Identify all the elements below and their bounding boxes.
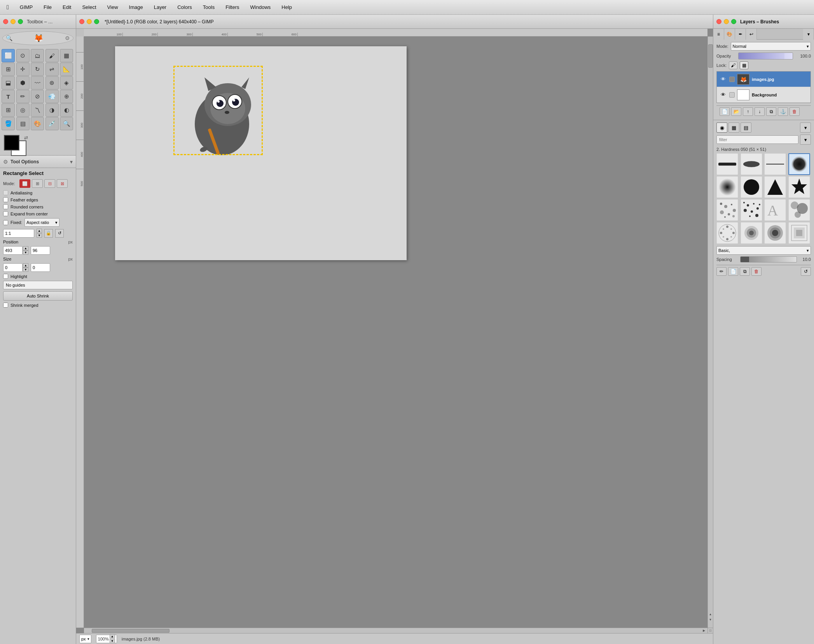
layers-close-btn[interactable] bbox=[716, 19, 721, 24]
tab-layers[interactable]: ≡ bbox=[713, 29, 724, 40]
hscrollbar[interactable]: ▶ bbox=[84, 628, 707, 633]
brush-item-7[interactable] bbox=[764, 176, 786, 198]
tab-paths[interactable]: ✒ bbox=[735, 29, 746, 40]
tool-perspective[interactable]: ⬢ bbox=[16, 76, 30, 89]
menu-filters[interactable]: Filters bbox=[224, 4, 241, 11]
tool-crop[interactable]: ⬓ bbox=[2, 76, 15, 89]
mode-subtract-btn[interactable]: ⊟ bbox=[44, 179, 55, 188]
tool-colortool[interactable]: 🎨 bbox=[31, 117, 44, 130]
lock-alpha-btn[interactable]: ▦ bbox=[740, 61, 748, 69]
size-h-input[interactable] bbox=[31, 263, 50, 272]
toolbox-min-btn[interactable] bbox=[10, 19, 16, 24]
brush-item-12[interactable] bbox=[788, 199, 810, 221]
duplicate-layer-btn[interactable]: ⧉ bbox=[766, 107, 776, 116]
brush-item-11[interactable]: A bbox=[764, 199, 786, 221]
rounded-corners-checkbox[interactable] bbox=[3, 204, 8, 209]
layer-eye-background[interactable]: 👁 bbox=[719, 91, 727, 99]
auto-shrink-btn[interactable]: Auto Shrink bbox=[3, 291, 73, 301]
brush-item-9[interactable] bbox=[716, 199, 738, 221]
layer-chain-background[interactable] bbox=[729, 92, 735, 98]
brushes-tab-gradients[interactable]: ▤ bbox=[741, 122, 751, 133]
foreground-color[interactable] bbox=[4, 135, 19, 150]
tool-zoom[interactable]: 🔍 bbox=[60, 117, 73, 130]
ratio-spin-down[interactable]: ▼ bbox=[37, 233, 42, 238]
fixed-checkbox[interactable] bbox=[3, 220, 8, 225]
highlight-checkbox[interactable] bbox=[3, 274, 8, 279]
zoom-down[interactable]: ▼ bbox=[110, 639, 115, 643]
tool-flip[interactable]: ⇌ bbox=[45, 63, 59, 76]
brush-item-6[interactable] bbox=[741, 176, 762, 198]
tool-colorpick[interactable]: 💉 bbox=[45, 117, 59, 130]
pos-x-input[interactable] bbox=[3, 246, 23, 255]
brush-delete-btn[interactable]: 🗑 bbox=[751, 267, 762, 276]
lock-pixels-btn[interactable]: 🖌 bbox=[729, 61, 737, 69]
tool-n-point[interactable]: ◈ bbox=[60, 76, 73, 89]
brushes-configure-btn[interactable]: ▾ bbox=[800, 122, 811, 133]
expand-from-center-checkbox[interactable] bbox=[3, 211, 8, 216]
menu-tools[interactable]: Tools bbox=[201, 4, 217, 11]
hscroll-right-arrow[interactable]: ▶ bbox=[703, 629, 707, 632]
tool-smudge[interactable]: 〽 bbox=[31, 103, 44, 117]
brush-item-13[interactable] bbox=[716, 222, 738, 244]
zoom-input-group[interactable]: 100% ▲ ▼ bbox=[96, 635, 117, 643]
tool-paintbrush[interactable]: ✏ bbox=[16, 90, 30, 103]
mode-intersect-btn[interactable]: ⊠ bbox=[57, 179, 68, 188]
tool-ellipse-select[interactable]: ⊙ bbox=[16, 49, 30, 62]
layers-min-btn[interactable] bbox=[724, 19, 729, 24]
brushes-category-select[interactable]: Basic, ▾ bbox=[716, 246, 811, 255]
brush-item-10[interactable] bbox=[741, 199, 762, 221]
brush-item-15[interactable] bbox=[764, 222, 786, 244]
pos-y-input[interactable] bbox=[31, 246, 50, 255]
menu-gimp[interactable]: GIMP bbox=[18, 4, 35, 11]
image-canvas[interactable] bbox=[115, 46, 407, 260]
canvas-min-btn[interactable] bbox=[87, 19, 92, 24]
feather-edges-checkbox[interactable] bbox=[3, 197, 8, 202]
lower-layer-btn[interactable]: ↓ bbox=[755, 107, 765, 116]
toolbox-max-btn[interactable] bbox=[18, 19, 23, 24]
brush-item-5[interactable] bbox=[716, 176, 738, 198]
brushes-tab-patterns[interactable]: ▦ bbox=[728, 122, 739, 133]
pos-x-down[interactable]: ▼ bbox=[23, 250, 28, 255]
anchor-layer-btn[interactable]: ⚓ bbox=[778, 107, 788, 116]
tool-bucket[interactable]: 🪣 bbox=[2, 117, 15, 130]
brush-item-1[interactable] bbox=[716, 153, 738, 175]
tool-eraser[interactable]: ⊘ bbox=[31, 90, 44, 103]
canvas-content[interactable] bbox=[84, 37, 705, 625]
brush-item-14[interactable] bbox=[741, 222, 762, 244]
mode-replace-btn[interactable]: ⬜ bbox=[19, 179, 30, 188]
menu-colors[interactable]: Colors bbox=[175, 4, 194, 11]
vscroll-up-arrow[interactable]: ▲ bbox=[708, 611, 713, 617]
brush-item-hardness050[interactable] bbox=[788, 153, 810, 175]
brushes-tab-brushes[interactable]: ◉ bbox=[716, 122, 727, 133]
layers-mode-select[interactable]: Normal ▾ bbox=[731, 42, 811, 51]
tool-cage[interactable]: ⊛ bbox=[45, 76, 59, 89]
canvas-close-btn[interactable] bbox=[79, 19, 84, 24]
brushes-refresh-btn[interactable]: ↺ bbox=[801, 267, 811, 276]
tool-clone[interactable]: ⊕ bbox=[60, 90, 73, 103]
hscroll-thumb[interactable] bbox=[92, 629, 169, 633]
tool-paint[interactable]: 🖌 bbox=[45, 49, 59, 62]
tool-text[interactable]: T bbox=[2, 90, 15, 103]
delete-layer-btn[interactable]: 🗑 bbox=[790, 107, 800, 116]
raise-layer-btn[interactable]: ↑ bbox=[743, 107, 753, 116]
size-w-input[interactable] bbox=[3, 263, 23, 272]
layer-eye-images[interactable]: 👁 bbox=[719, 75, 727, 83]
layer-item-images[interactable]: 👁 🦊 images.jpg bbox=[717, 72, 811, 87]
tab-channels[interactable]: 🎨 bbox=[724, 29, 735, 40]
ratio-link-btn[interactable]: 🔒 bbox=[44, 229, 53, 238]
new-layer-btn[interactable]: 📄 bbox=[720, 107, 730, 116]
brushes-spacing-slider[interactable] bbox=[740, 256, 797, 262]
vscroll-thumb[interactable] bbox=[708, 44, 713, 68]
shrink-merged-checkbox[interactable] bbox=[3, 303, 8, 308]
tool-align[interactable]: ⊞ bbox=[2, 63, 15, 76]
brush-item-3[interactable] bbox=[764, 153, 786, 175]
ratio-input[interactable] bbox=[3, 229, 34, 238]
tool-convolve[interactable]: ◎ bbox=[16, 103, 30, 117]
tool-options-collapse[interactable]: ▾ bbox=[70, 159, 73, 165]
tool-measure[interactable]: 📐 bbox=[60, 63, 73, 76]
tab-configure[interactable]: ▾ bbox=[803, 29, 814, 40]
layers-max-btn[interactable] bbox=[731, 19, 736, 24]
tool-airbrush[interactable]: 💨 bbox=[45, 90, 59, 103]
tab-undo[interactable]: ↩ bbox=[746, 29, 757, 40]
brush-duplicate-btn[interactable]: ⧉ bbox=[740, 267, 750, 276]
